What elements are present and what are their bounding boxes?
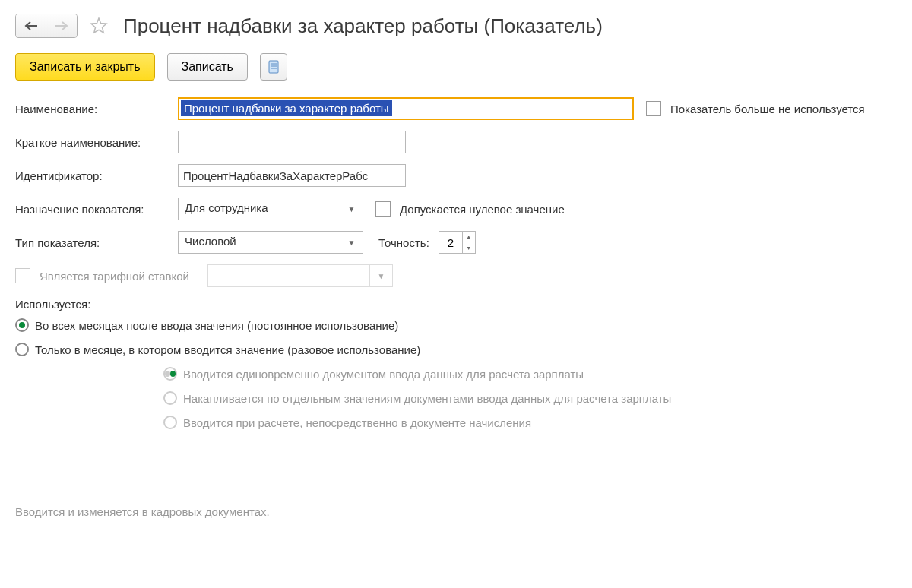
- checkbox-not-used[interactable]: [646, 101, 661, 116]
- row-short-name: Краткое наименование:: [15, 131, 897, 153]
- dropdown-type[interactable]: Числовой ▼: [178, 231, 363, 254]
- radio-permanent-label: Во всех месяцах после ввода значения (по…: [35, 319, 398, 332]
- radio-once[interactable]: Только в месяце, в котором вводится знач…: [15, 343, 897, 356]
- label-precision: Точность:: [378, 236, 429, 249]
- spinner-precision[interactable]: ▲ ▼: [439, 231, 476, 254]
- radio-sub3-input: [163, 416, 177, 429]
- chevron-down-icon: ▼: [340, 198, 363, 220]
- input-name[interactable]: Процент надбавки за характер работы: [178, 97, 634, 120]
- input-short-name[interactable]: [178, 131, 406, 153]
- more-button[interactable]: [260, 53, 287, 81]
- nav-forward-button[interactable]: [46, 14, 77, 37]
- dropdown-tariff: ▼: [207, 264, 393, 287]
- row-purpose: Назначение показателя: Для сотрудника ▼ …: [15, 198, 897, 220]
- label-short-name: Краткое наименование:: [15, 136, 175, 149]
- save-close-button[interactable]: Записать и закрыть: [15, 53, 155, 81]
- nav-back-button[interactable]: [16, 14, 46, 37]
- favorite-star-icon[interactable]: [88, 15, 109, 36]
- spinner-buttons[interactable]: ▲ ▼: [462, 232, 475, 253]
- spinner-up-icon[interactable]: ▲: [463, 232, 475, 242]
- label-not-used: Показатель больше не используется: [670, 103, 865, 115]
- svg-rect-0: [269, 61, 278, 73]
- dropdown-purpose-text: Для сотрудника: [179, 198, 340, 220]
- radio-sub1-input: [163, 367, 177, 381]
- label-allow-zero: Допускается нулевое значение: [400, 203, 565, 216]
- spinner-down-icon[interactable]: ▼: [463, 242, 475, 253]
- save-button[interactable]: Записать: [167, 53, 248, 81]
- input-identifier[interactable]: [178, 164, 406, 187]
- input-precision[interactable]: [439, 232, 462, 253]
- sub-radios-group: Вводится единовременно документом ввода …: [163, 367, 897, 429]
- chevron-down-icon: ▼: [369, 265, 392, 286]
- label-name: Наименование:: [15, 103, 175, 115]
- list-icon: [268, 60, 279, 74]
- dropdown-type-text: Числовой: [179, 232, 340, 253]
- radio-sub2-input: [163, 391, 177, 405]
- radio-sub1: Вводится единовременно документом ввода …: [163, 367, 897, 381]
- radio-permanent[interactable]: Во всех месяцах после ввода значения (по…: [15, 318, 897, 332]
- arrow-left-icon: [24, 21, 38, 30]
- dropdown-tariff-text: [208, 265, 369, 286]
- radio-once-label: Только в месяце, в котором вводится знач…: [35, 343, 420, 356]
- dropdown-purpose[interactable]: Для сотрудника ▼: [178, 198, 363, 220]
- radio-sub2-label: Накапливается по отдельным значениям док…: [183, 392, 671, 405]
- label-used: Используется:: [15, 298, 897, 311]
- footer-note: Вводится и изменяется в кадровых докумен…: [15, 505, 897, 518]
- label-is-tariff: Является тарифной ставкой: [40, 270, 189, 283]
- radio-sub3-label: Вводится при расчете, непосредственно в …: [183, 416, 531, 429]
- label-type: Тип показателя:: [15, 236, 175, 249]
- toolbar: Записать и закрыть Записать: [15, 53, 897, 81]
- checkbox-is-tariff: [15, 268, 30, 283]
- radio-sub3: Вводится при расчете, непосредственно в …: [163, 416, 897, 429]
- page-title: Процент надбавки за характер работы (Пок…: [123, 14, 603, 38]
- radio-sub1-label: Вводится единовременно документом ввода …: [183, 368, 584, 381]
- arrow-right-icon: [55, 21, 68, 30]
- checkbox-allow-zero[interactable]: [375, 201, 391, 217]
- row-tariff: Является тарифной ставкой ▼: [15, 264, 897, 287]
- row-identifier: Идентификатор:: [15, 164, 897, 187]
- nav-group: [15, 14, 78, 38]
- header-bar: Процент надбавки за характер работы (Пок…: [15, 14, 897, 38]
- chevron-down-icon: ▼: [340, 232, 363, 253]
- label-purpose: Назначение показателя:: [15, 203, 175, 216]
- radio-once-input[interactable]: [15, 343, 29, 356]
- radio-permanent-input[interactable]: [15, 318, 29, 332]
- label-identifier: Идентификатор:: [15, 169, 175, 182]
- row-type: Тип показателя: Числовой ▼ Точность: ▲ ▼: [15, 231, 897, 254]
- row-name: Наименование: Процент надбавки за характ…: [15, 97, 897, 120]
- radio-sub2: Накапливается по отдельным значениям док…: [163, 391, 897, 405]
